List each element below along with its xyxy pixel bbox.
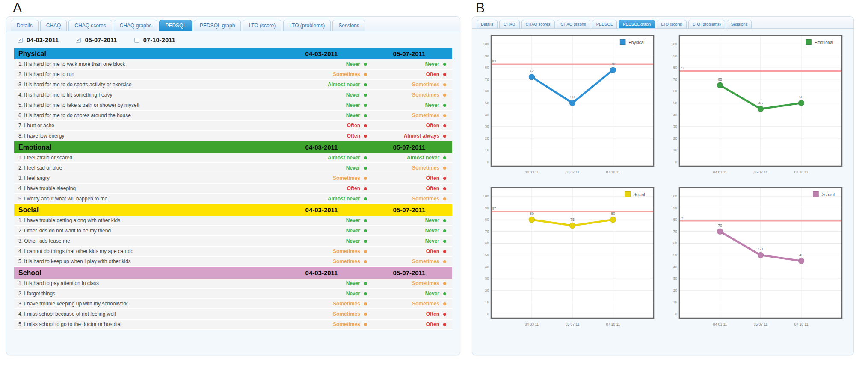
answer-dot-icon (443, 83, 446, 86)
svg-text:80: 80 (673, 65, 678, 70)
questionnaire-table: Physical04-03-201105-07-20111. It is har… (14, 48, 452, 330)
svg-text:83: 83 (492, 59, 496, 63)
answer-value: Never (346, 102, 360, 108)
tab-details-b[interactable]: Details (477, 20, 498, 28)
svg-text:20: 20 (485, 288, 489, 293)
question-text: 6. It is hard for me to do chores around… (18, 112, 273, 118)
question-row: 7. I hurt or acheOftenOften (14, 121, 452, 131)
svg-text:50: 50 (485, 101, 489, 105)
question-row: 3. Other kids tease meNeverNever (14, 236, 452, 247)
answer-cell: Sometimes (370, 196, 449, 202)
tab-sessions[interactable]: Sessions (332, 20, 365, 31)
answer-value: Never (346, 165, 360, 171)
question-text: 2. I feel sad or blue (18, 165, 273, 171)
tab-pedsql-graph[interactable]: PEDSQL graph (194, 20, 241, 31)
checked-checkbox-icon[interactable]: ✔ (18, 38, 23, 43)
svg-text:40: 40 (673, 265, 678, 269)
answer-dot-icon (364, 240, 367, 243)
answer-dot-icon (443, 187, 446, 190)
date-filter-04-03-2011[interactable]: ✔04-03-2011 (18, 37, 59, 44)
answer-dot-icon (364, 313, 367, 316)
answer-value: Often (426, 123, 439, 129)
tab-chaq-graphs[interactable]: CHAQ graphs (114, 20, 158, 31)
svg-text:60: 60 (485, 89, 489, 93)
answer-dot-icon (364, 229, 367, 232)
tab-chaq-b[interactable]: CHAQ (499, 20, 519, 28)
question-text: 3. I feel angry (18, 175, 273, 181)
question-text: 4. It is hard for me to lift something h… (18, 92, 273, 98)
tab-chaq[interactable]: CHAQ (40, 20, 67, 31)
svg-text:70: 70 (673, 77, 678, 82)
answer-value: Often (426, 185, 439, 191)
checked-checkbox-icon[interactable]: ✔ (76, 38, 81, 43)
answer-cell: Sometimes (273, 71, 370, 77)
answer-cell: Sometimes (273, 301, 370, 307)
svg-text:100: 100 (483, 42, 489, 46)
question-row: 3. It is hard for me to do sports activi… (14, 80, 452, 90)
svg-text:20: 20 (485, 136, 489, 141)
answer-value: Sometimes (333, 301, 360, 307)
section-column-date: 04-03-2011 (273, 50, 370, 57)
tab-sessions-b[interactable]: Sessions (727, 20, 752, 28)
answer-cell: Sometimes (370, 280, 449, 286)
question-text: 1. It is hard to pay attention in class (18, 280, 273, 286)
answer-cell: Never (273, 228, 370, 234)
date-filter-label: 05-07-2011 (85, 37, 117, 44)
question-row: 2. I forget thingsNeverNever (14, 289, 452, 299)
answer-value: Often (347, 185, 360, 191)
svg-text:80: 80 (530, 211, 534, 216)
answer-cell: Never (273, 112, 370, 118)
tab-chaq-graphs-b[interactable]: CHAQ graphs (557, 20, 590, 28)
question-text: 2. I forget things (18, 291, 273, 297)
tab-details[interactable]: Details (11, 20, 39, 31)
tab-lto-score-b[interactable]: LTO (score) (657, 20, 687, 28)
answer-dot-icon (443, 260, 446, 263)
tab-chaq-scores[interactable]: CHAQ scores (68, 20, 112, 31)
question-row: 1. I have trouble getting along with oth… (14, 216, 452, 226)
answer-value: Often (347, 123, 360, 129)
answer-cell: Sometimes (273, 311, 370, 317)
tab-pedsql[interactable]: PEDSQL (159, 20, 192, 31)
section-title: Emotional (18, 144, 273, 151)
svg-text:0: 0 (675, 160, 677, 164)
svg-text:20: 20 (673, 288, 678, 293)
answer-cell: Never (273, 102, 370, 108)
question-row: 4. I cannot do things that other kids my… (14, 247, 452, 257)
question-text: 3. It is hard for me to do sports activi… (18, 82, 273, 88)
answer-value: Never (346, 92, 360, 98)
answer-value: Never (425, 217, 439, 223)
question-text: 3. I have trouble keeping up with my sch… (18, 301, 273, 307)
tab-lto-problems-b[interactable]: LTO (problems) (688, 20, 725, 28)
section-column-date: 05-07-2011 (370, 206, 449, 214)
answer-dot-icon (443, 73, 446, 76)
svg-text:30: 30 (485, 124, 489, 129)
legend-swatch-physical (620, 39, 625, 45)
svg-text:40: 40 (485, 113, 489, 117)
answer-cell: Never (273, 165, 370, 171)
svg-text:20: 20 (673, 136, 678, 141)
answer-value: Almost never (328, 82, 360, 88)
svg-text:79: 79 (680, 216, 684, 220)
date-filter-05-07-2011[interactable]: ✔05-07-2011 (76, 37, 117, 44)
svg-text:05 07 11: 05 07 11 (754, 322, 768, 326)
svg-text:0: 0 (487, 312, 489, 316)
question-text: 2. Other kids do not want to be my frien… (18, 228, 273, 234)
tab-chaq-scores-b[interactable]: CHAQ scores (521, 20, 555, 28)
answer-value: Almost never (407, 155, 439, 161)
chart-svg-social: 010203040506070809010087807580Social04 0… (478, 186, 661, 333)
answer-value: Never (346, 238, 360, 244)
svg-text:05 07 11: 05 07 11 (566, 170, 580, 174)
question-row: 5. It is hard for me to take a bath or s… (14, 100, 452, 111)
answer-dot-icon (364, 197, 367, 200)
tab-lto-problems[interactable]: LTO (problems) (283, 20, 331, 31)
unchecked-checkbox-icon[interactable] (134, 38, 139, 43)
tab-lto-score[interactable]: LTO (score) (243, 20, 281, 31)
tab-pedsql-b[interactable]: PEDSQL (592, 20, 617, 28)
answer-value: Never (425, 61, 439, 67)
tab-pedsql-graph-b[interactable]: PEDSQL graph (619, 20, 655, 28)
question-text: 5. It is hard for me to take a bath or s… (18, 102, 273, 108)
answer-dot-icon (443, 250, 446, 253)
answer-dot-icon (443, 135, 446, 138)
answer-value: Sometimes (333, 321, 360, 327)
date-filter-07-10-2011[interactable]: 07-10-2011 (134, 37, 175, 44)
